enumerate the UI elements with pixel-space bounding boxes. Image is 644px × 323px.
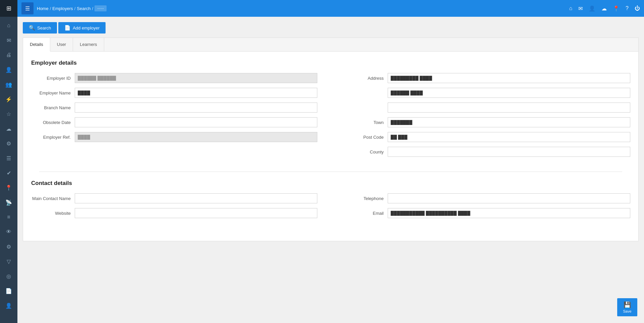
tab-details[interactable]: Details [23,38,50,52]
save-label: Save [623,309,631,313]
postcode-label: Post Code [344,135,388,140]
sidebar: ⊞ ⌂ ✉ 🖨 👤 👥 ⚡ ☆ ☁ ⚙ ☰ ✔ 📍 📡 ≡ 👁 ⚙ ▽ ◎ 📄 … [0,0,17,323]
sidebar-item-star[interactable]: ☆ [0,107,17,121]
sidebar-item-target[interactable]: ◎ [0,269,17,283]
employer-ref-row: Employer Ref. [31,132,317,142]
breadcrumb: Home / Employers / Search / ······ [37,5,107,11]
tab-details-label: Details [30,42,43,47]
contact-details-title: Contact details [31,180,630,187]
address-line3-input[interactable] [388,103,630,113]
topbar: ☰ Home / Employers / Search / ······ ⌂ ✉… [17,0,644,17]
county-label: County [344,149,388,154]
town-input[interactable] [388,117,630,127]
sidebar-item-menu[interactable]: ≡ [0,210,17,224]
sidebar-item-settings[interactable]: ⚙ [0,136,17,151]
tab-learners[interactable]: Learners [73,38,104,51]
sidebar-item-user[interactable]: 👤 [0,62,17,77]
sidebar-item-email[interactable]: ✉ [0,33,17,48]
county-input[interactable] [388,147,630,157]
menu-button[interactable]: ☰ [21,2,34,14]
email-row: Email [344,208,630,218]
section-divider [39,172,622,172]
mail-icon[interactable]: ✉ [578,5,583,12]
user-icon[interactable]: 👤 [589,5,595,12]
email-label: Email [344,211,388,216]
search-icon: 🔍 [29,25,35,31]
power-icon[interactable]: ⏻ [635,5,640,11]
save-button-container: 💾 Save [617,298,637,316]
employer-details-grid: Employer ID Employer Name Branch Name [31,73,630,162]
breadcrumb-home[interactable]: Home [37,6,49,11]
town-row: Town [344,117,630,127]
address-row-1: Address [344,73,630,83]
branch-name-label: Branch Name [31,105,75,110]
town-label: Town [344,120,388,125]
toolbar: 🔍 Search 📄 Add employer [23,22,639,34]
logo-icon: ⊞ [6,5,11,12]
save-button[interactable]: 💾 Save [617,298,637,316]
employer-name-input[interactable] [75,88,317,98]
sidebar-item-group[interactable]: 👥 [0,77,17,92]
breadcrumb-search[interactable]: Search [77,6,90,11]
address-line2-input[interactable] [388,88,630,98]
cloud-icon[interactable]: ☁ [601,5,607,12]
telephone-row: Telephone [344,193,630,203]
add-employer-button[interactable]: 📄 Add employer [58,22,106,34]
sidebar-item-filter[interactable]: ▽ [0,254,17,269]
telephone-input[interactable] [388,193,630,203]
employer-id-label: Employer ID [31,76,75,81]
sidebar-item-person[interactable]: 👤 [0,298,17,313]
sidebar-item-print[interactable]: 🖨 [0,48,17,62]
sidebar-item-pin[interactable]: 📍 [0,180,17,195]
tab-user-label: User [57,42,66,47]
postcode-input[interactable] [388,132,630,142]
sidebar-item-cloud[interactable]: ☁ [0,121,17,136]
search-button[interactable]: 🔍 Search [23,22,57,34]
sidebar-item-check[interactable]: ✔ [0,166,17,180]
employer-ref-label: Employer Ref. [31,135,75,140]
branch-name-input[interactable] [75,103,317,113]
tabs-header: Details User Learners [23,38,638,52]
address-label: Address [344,76,388,81]
main-contact-label: Main Contact Name [31,196,75,201]
breadcrumb-sep3: / [92,6,93,11]
sidebar-logo[interactable]: ⊞ [0,0,17,17]
obsolete-date-label: Obsolete Date [31,120,75,125]
sidebar-item-list[interactable]: ☰ [0,151,17,166]
sidebar-item-eye[interactable]: 👁 [0,224,17,239]
employer-ref-input[interactable] [75,132,317,142]
employer-right-col: Address T [344,73,630,162]
location-icon[interactable]: 📍 [613,5,620,12]
county-row: County [344,147,630,157]
sidebar-item-gear[interactable]: ⚙ [0,239,17,254]
website-input[interactable] [75,208,317,218]
main-contact-row: Main Contact Name [31,193,317,203]
address-row-2 [344,88,630,98]
postcode-row: Post Code [344,132,630,142]
tab-user[interactable]: User [50,38,73,51]
contact-details-section: Contact details Main Contact Name Websit… [31,180,630,223]
branch-name-row: Branch Name [31,103,317,113]
email-input[interactable] [388,208,630,218]
sidebar-item-document[interactable]: 📄 [0,283,17,298]
breadcrumb-current: ······ [94,5,107,11]
obsolete-date-input[interactable] [75,117,317,127]
address-line1-input[interactable] [388,73,630,83]
hamburger-icon: ☰ [25,5,30,12]
sidebar-item-home[interactable]: ⌂ [0,18,17,33]
employer-name-label: Employer Name [31,90,75,95]
main-contact-input[interactable] [75,193,317,203]
employer-id-input[interactable] [75,73,317,83]
home-icon[interactable]: ⌂ [569,5,572,11]
website-row: Website [31,208,317,218]
website-label: Website [31,211,75,216]
employer-id-row: Employer ID [31,73,317,83]
tabs-panel: Details User Learners Employer details [23,38,639,241]
add-employer-icon: 📄 [64,25,71,31]
search-label: Search [37,25,51,30]
help-icon[interactable]: ? [626,5,629,11]
obsolete-date-row: Obsolete Date [31,117,317,127]
sidebar-item-lightning[interactable]: ⚡ [0,92,17,107]
sidebar-item-broadcast[interactable]: 📡 [0,195,17,210]
breadcrumb-employers[interactable]: Employers [52,6,73,11]
